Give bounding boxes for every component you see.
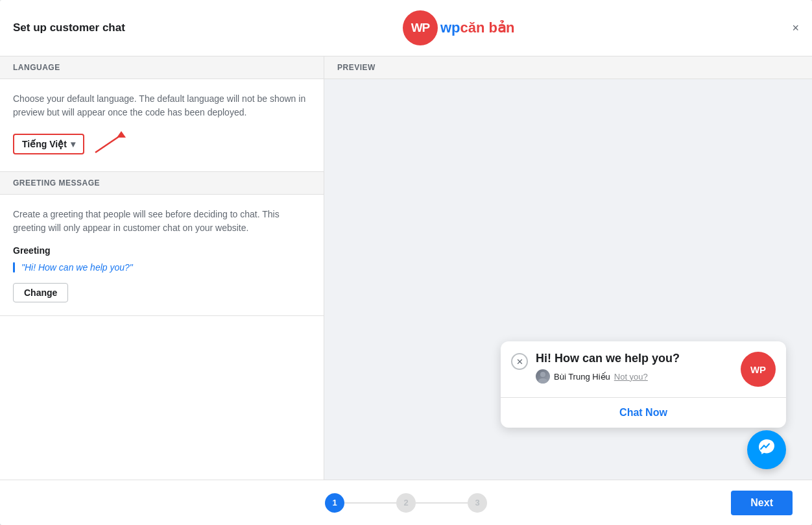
next-button[interactable]: Next — [731, 491, 793, 515]
messenger-icon — [756, 437, 777, 463]
greeting-text: "Hi! How can we help you?" — [21, 262, 133, 273]
step-3: 3 — [468, 493, 487, 513]
greeting-section-header: GREETING MESSAGE — [0, 172, 324, 195]
chat-bubble-main: ✕ Hi! How can we help you? — [511, 352, 734, 384]
svg-marker-1 — [117, 131, 126, 138]
preview-content: ✕ Hi! How can we help you? — [501, 341, 786, 428]
right-panel: PREVIEW ✕ Hi! How can we help you? — [324, 56, 812, 480]
logo-prefix: wp — [440, 19, 460, 36]
footer-inner: 1 2 3 Next — [19, 491, 793, 515]
steps-container: 1 2 3 — [325, 493, 487, 513]
language-row: Tiếng Việt — [13, 130, 311, 158]
logo-suffix: căn bản — [460, 19, 515, 36]
modal-header: Set up customer chat WP wpcăn bản × — [0, 0, 812, 56]
greeting-label: Greeting — [13, 245, 311, 256]
avatar — [536, 369, 550, 384]
bubble-text-area: Hi! How can we help you? Bùi Trung Hiếu — [536, 352, 734, 384]
change-button[interactable]: Change — [13, 283, 68, 302]
chat-bubble-top: ✕ Hi! How can we help you? — [501, 341, 786, 398]
modal-body: LANGUAGE Choose your default language. T… — [0, 56, 812, 480]
modal-footer: 1 2 3 Next — [0, 480, 812, 525]
logo-circle-text: WP — [411, 21, 430, 35]
left-panel: LANGUAGE Choose your default language. T… — [0, 56, 324, 480]
chat-bubble-card: ✕ Hi! How can we help you? — [501, 341, 786, 428]
close-icon[interactable]: × — [792, 22, 799, 34]
bubble-greeting-text: Hi! How can we help you? — [536, 352, 734, 365]
bubble-close-button[interactable]: ✕ — [511, 353, 528, 370]
step-2: 2 — [396, 493, 416, 513]
messenger-fab[interactable] — [747, 430, 786, 469]
greeting-description: Create a greeting that people will see b… — [13, 208, 311, 235]
chat-now-button[interactable]: Chat Now — [619, 407, 667, 418]
modal-title: Set up customer chat — [13, 21, 125, 34]
preview-header: PREVIEW — [324, 56, 812, 79]
chat-now-section: Chat Now — [501, 398, 786, 428]
svg-line-0 — [95, 135, 121, 153]
language-dropdown[interactable]: Tiếng Việt — [13, 134, 84, 154]
bubble-username: Bùi Trung Hiếu — [554, 372, 610, 382]
logo-circle: WP — [403, 10, 438, 45]
red-arrow-annotation — [92, 130, 131, 158]
greeting-bar — [13, 262, 15, 273]
language-section-header: LANGUAGE — [0, 56, 324, 79]
setup-modal: Set up customer chat WP wpcăn bản × LANG… — [0, 0, 812, 525]
greeting-section-content: Create a greeting that people will see b… — [0, 195, 324, 316]
step-line-1 — [344, 502, 396, 504]
language-description: Choose your default language. The defaul… — [13, 92, 311, 119]
language-section-content: Choose your default language. The defaul… — [0, 79, 324, 172]
step-line-2 — [416, 502, 468, 504]
logo-text: wpcăn bản — [440, 19, 514, 36]
language-value: Tiếng Việt — [22, 139, 67, 149]
svg-point-3 — [538, 378, 547, 384]
step-1: 1 — [325, 493, 344, 513]
svg-point-2 — [540, 372, 545, 377]
bubble-user-row: Bùi Trung Hiếu Not you? — [536, 369, 734, 384]
bubble-wp-logo: WP — [741, 352, 776, 387]
bubble-not-you-link[interactable]: Not you? — [614, 372, 648, 382]
greeting-text-row: "Hi! How can we help you?" — [13, 262, 311, 273]
logo-area: WP wpcăn bản — [403, 10, 514, 45]
